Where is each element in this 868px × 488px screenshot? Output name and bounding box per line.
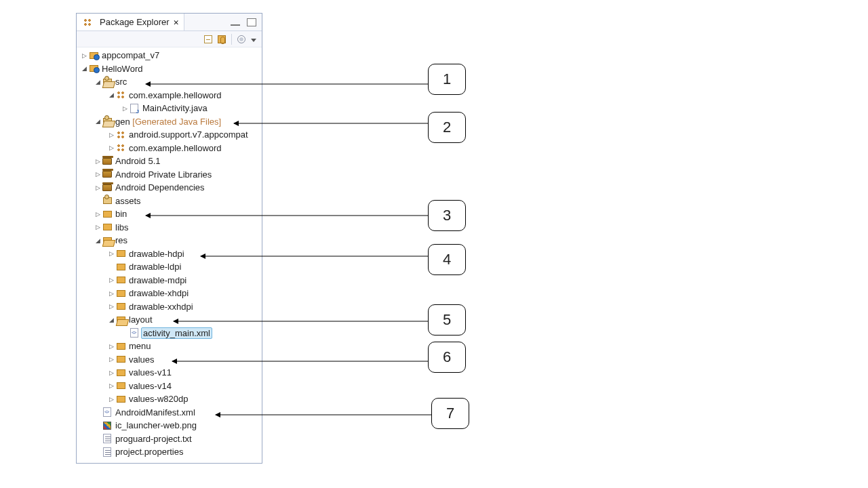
collapse-all-icon[interactable] (204, 35, 212, 43)
text-file-icon (102, 447, 113, 457)
expand-icon[interactable]: ▷ (108, 343, 115, 350)
xml-file-icon (102, 407, 113, 417)
tree-item-values-w820dp[interactable]: ▷ values-w820dp (77, 392, 262, 406)
tree-item-proguard[interactable]: ▷ proguard-project.txt (77, 432, 262, 446)
tree-label: menu (129, 341, 151, 351)
expand-icon[interactable]: ▷ (94, 224, 102, 230)
tree-item-values[interactable]: ▷ values (77, 353, 262, 367)
xml-file-icon (129, 328, 140, 338)
expand-icon[interactable]: ▷ (94, 211, 102, 218)
tree-label: gen (115, 117, 130, 127)
folder-icon (115, 277, 126, 283)
tree-item-drawable-hdpi[interactable]: ▷ drawable-hdpi (77, 247, 262, 261)
collapse-icon[interactable]: ◢ (94, 79, 102, 85)
collapse-icon[interactable]: ◢ (94, 118, 102, 125)
tree-item-mainactivity[interactable]: ▷ MainActivity.java (77, 102, 262, 115)
tree-item-drawable-ldpi[interactable]: ▷ drawable-ldpi (77, 260, 262, 274)
expand-icon[interactable]: ▷ (81, 52, 88, 59)
minimize-view-button[interactable] (231, 24, 240, 26)
expand-icon[interactable]: ▷ (108, 277, 115, 283)
expand-icon[interactable]: ▷ (108, 382, 115, 389)
tree-label: drawable-mdpi (129, 275, 186, 285)
package-icon (115, 144, 126, 152)
library-icon (102, 158, 113, 165)
tree-label: res (115, 235, 127, 245)
tree-item-libs[interactable]: ▷ libs (77, 221, 262, 235)
expand-icon[interactable]: ▷ (108, 250, 115, 257)
tree-item-values-v11[interactable]: ▷ values-v11 (77, 366, 262, 380)
view-menu-icon[interactable] (251, 34, 256, 44)
tree-item-gen[interactable]: ◢ gen [Generated Java Files] (77, 115, 262, 129)
tree-item-project-properties[interactable]: ▷ project.properties (77, 445, 262, 459)
collapse-icon[interactable]: ◢ (108, 317, 115, 323)
tree-item-private-libs[interactable]: ▷ Android Private Libraries (77, 168, 262, 182)
expand-icon[interactable]: ▷ (108, 369, 115, 376)
expand-icon[interactable]: ▷ (108, 303, 115, 310)
package-icon (115, 91, 126, 99)
tree-item-ic-launcher-web[interactable]: ▷ ic_launcher-web.png (77, 419, 262, 432)
tree-item-layout[interactable]: ◢ layout (77, 313, 262, 327)
focus-task-icon[interactable] (237, 35, 245, 43)
tree-label: proguard-project.txt (115, 434, 192, 444)
tree-label: project.properties (115, 447, 183, 457)
tree-item-manifest[interactable]: ▷ AndroidManifest.xml (77, 406, 262, 420)
collapse-icon[interactable]: ◢ (81, 65, 88, 72)
tree-label: libs (115, 222, 129, 232)
expand-icon[interactable]: ▷ (108, 356, 115, 363)
tree-item-drawable-mdpi[interactable]: ▷ drawable-mdpi (77, 274, 262, 287)
library-icon (102, 171, 113, 178)
tree-item-res[interactable]: ◢ res (77, 234, 262, 247)
tree-label: Android 5.1 (115, 156, 161, 166)
tree-label: src (115, 77, 127, 87)
tree-item-activity-main-xml[interactable]: ▷ activity_main.xml (77, 327, 262, 340)
folder-icon (115, 369, 126, 376)
folder-icon (102, 197, 113, 204)
folder-open-icon (102, 237, 113, 244)
tree-item-dependencies[interactable]: ▷ Android Dependencies (77, 181, 262, 195)
tree-item-helloword[interactable]: ◢ HelloWord (77, 62, 262, 76)
tree-label: drawable-xxhdpi (129, 302, 193, 312)
maximize-view-button[interactable] (247, 18, 256, 26)
tree-item-drawable-xxhdpi[interactable]: ▷ drawable-xxhdpi (77, 300, 262, 314)
tree-label: drawable-hdpi (129, 249, 184, 259)
tree-label: values-v14 (129, 381, 172, 391)
package-explorer-tab[interactable]: Package Explorer ✕ (77, 14, 184, 30)
project-icon (88, 52, 99, 59)
tree-item-drawable-xhdpi[interactable]: ▷ drawable-xhdpi (77, 287, 262, 300)
callout-1: 1 (428, 64, 466, 95)
expand-icon[interactable]: ▷ (94, 171, 102, 178)
close-icon[interactable]: ✕ (174, 17, 179, 27)
tree-item-bin[interactable]: ▷ bin (77, 207, 262, 221)
collapse-icon[interactable]: ◢ (108, 92, 115, 98)
folder-icon (102, 224, 113, 230)
tree-label: Android Private Libraries (115, 169, 212, 180)
tree-label: drawable-ldpi (129, 262, 181, 272)
tree-item-package-hello[interactable]: ◢ com.example.helloword (77, 89, 262, 102)
tree-item-assets[interactable]: ▷ assets (77, 195, 262, 208)
tree-item-gen-hello[interactable]: ▷ com.example.helloword (77, 142, 262, 155)
tree-label-decoration: [Generated Java Files] (132, 117, 221, 127)
folder-icon (115, 303, 126, 310)
expand-icon[interactable]: ▷ (94, 158, 102, 165)
tree-label: drawable-xhdpi (129, 288, 189, 298)
folder-icon (102, 211, 113, 218)
tree-item-gen-support[interactable]: ▷ android.support.v7.appcompat (77, 128, 262, 142)
view-title: Package Explorer (100, 17, 170, 27)
tree-item-appcompat[interactable]: ▷ appcompat_v7 (77, 49, 262, 62)
folder-icon (115, 343, 126, 350)
tree-item-values-v14[interactable]: ▷ values-v14 (77, 380, 262, 393)
expand-icon[interactable]: ▷ (108, 131, 115, 138)
folder-icon (115, 250, 126, 257)
tree-item-android51[interactable]: ▷ Android 5.1 (77, 155, 262, 168)
collapse-icon[interactable]: ◢ (94, 237, 102, 244)
link-with-editor-icon[interactable] (218, 35, 226, 43)
expand-icon[interactable]: ▷ (108, 290, 115, 297)
expand-icon[interactable]: ▷ (108, 396, 115, 403)
expand-icon[interactable]: ▷ (108, 144, 115, 151)
project-tree[interactable]: ▷ appcompat_v7 ◢ HelloWord ◢ src ◢ com.e… (77, 47, 262, 463)
source-folder-icon (102, 118, 113, 125)
expand-icon[interactable]: ▷ (94, 184, 102, 191)
expand-icon[interactable]: ▷ (121, 105, 129, 112)
tree-item-menu[interactable]: ▷ menu (77, 340, 262, 353)
tree-item-src[interactable]: ◢ src (77, 75, 262, 89)
